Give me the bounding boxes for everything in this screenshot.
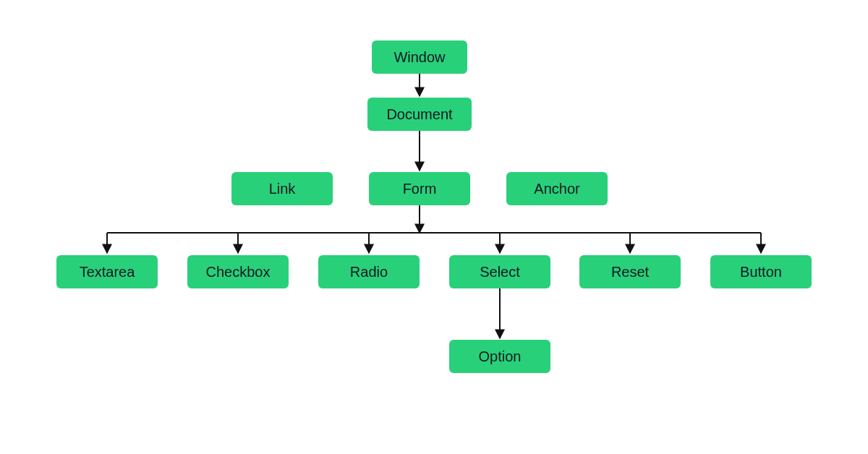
node-link: Link [231,172,333,205]
node-radio: Radio [318,255,420,288]
node-option: Option [449,340,550,373]
node-anchor: Anchor [506,172,608,205]
node-checkbox: Checkbox [187,255,289,288]
node-window: Window [372,40,467,74]
node-document: Document [367,98,472,131]
node-select: Select [449,255,550,288]
node-button: Button [710,255,812,288]
node-reset: Reset [579,255,681,288]
diagram-canvas: Window Document Link Form Anchor Textare… [0,0,868,454]
node-form: Form [369,172,470,205]
node-textarea: Textarea [56,255,158,288]
